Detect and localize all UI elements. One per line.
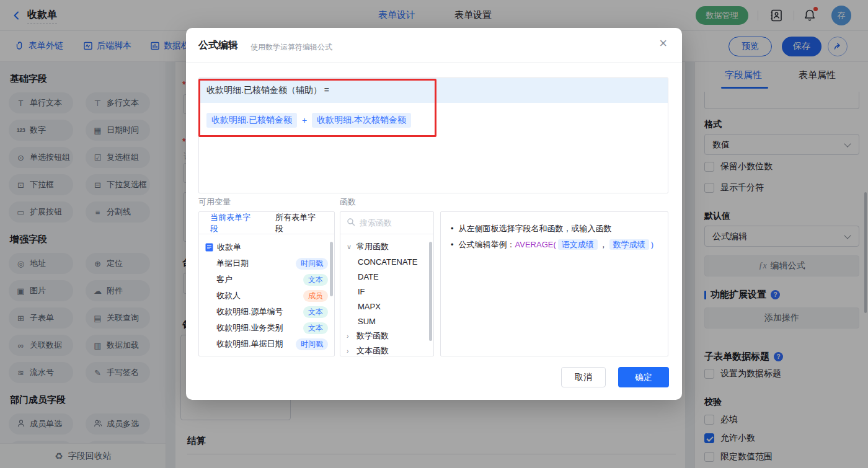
function-item[interactable]: SUM — [340, 314, 433, 329]
modal-header-divider — [186, 62, 682, 63]
type-badge: 成员 — [303, 290, 328, 302]
type-badge: 文本 — [303, 274, 328, 286]
chevron-down-icon: ∨ — [347, 243, 352, 251]
variable-row[interactable]: 收款明细.单据日期 时间戳 — [199, 336, 334, 352]
formula-expression[interactable]: 收款明细.已核销金额 + 收款明细.本次核销金额 — [199, 103, 668, 138]
scrollbar-thumb[interactable] — [429, 242, 432, 341]
function-name-example: AVERAGE( — [515, 240, 556, 249]
function-item[interactable]: CONCATENATE — [340, 254, 433, 269]
tree-root-form[interactable]: 收款单 — [199, 239, 334, 255]
tip-line-2: • 公式编辑举例：AVERAGE(语文成绩，数学成绩) — [451, 237, 658, 253]
formula-edit-modal: 公式编辑 使用数学运算符编辑公式 × 收款明细.已核销金额（辅助） = 收款明细… — [186, 28, 682, 400]
confirm-button[interactable]: 确定 — [618, 367, 669, 387]
functions-tree: ∨ 常用函数 CONCATENATE DATE IF MAPX SUM › 数学… — [340, 234, 433, 356]
function-item[interactable]: DATE — [340, 269, 433, 284]
variables-panel: 当前表单字段 所有表单字段 收款单 单据日期 时间戳 客户 文本 收款人 — [198, 211, 335, 356]
variable-row[interactable]: 收款明细.源单编号 文本 — [199, 304, 334, 320]
field-chip[interactable]: 收款明细.本次核销金额 — [312, 113, 411, 128]
type-badge: 时间戳 — [296, 338, 328, 350]
variable-row[interactable]: 单据日期 时间戳 — [199, 255, 334, 272]
function-item[interactable]: IF — [340, 284, 433, 299]
tips-panel: • 从左侧面板选择字段名和函数，或输入函数 • 公式编辑举例：AVERAGE(语… — [440, 211, 668, 356]
tip-line-1: • 从左侧面板选择字段名和函数，或输入函数 — [451, 221, 658, 237]
tab-current-form-fields[interactable]: 当前表单字段 — [210, 212, 258, 234]
form-designer-screen: 收款单 表单设计 表单设置 数据管理 存 表单外链 后端脚本 数据权 预览 保存 — [0, 0, 868, 468]
chevron-right-icon: › — [347, 347, 352, 355]
example-chip: 数学成绩 — [609, 239, 649, 250]
type-badge: 文本 — [303, 322, 328, 334]
cancel-button[interactable]: 取消 — [561, 367, 606, 387]
variables-label: 可用变量 — [198, 196, 231, 208]
form-doc-icon — [205, 243, 213, 252]
functions-panel: ∨ 常用函数 CONCATENATE DATE IF MAPX SUM › 数学… — [340, 211, 434, 356]
variables-tree: 收款单 单据日期 时间戳 客户 文本 收款人 成员 收款明细.源单编号 文本 — [199, 234, 334, 355]
modal-title: 公式编辑 — [198, 39, 238, 52]
function-search[interactable] — [340, 212, 433, 234]
type-badge: 时间戳 — [296, 258, 328, 270]
function-group-text[interactable]: › 文本函数 — [340, 343, 433, 356]
functions-label: 函数 — [340, 196, 356, 208]
function-group-common[interactable]: ∨ 常用函数 — [340, 239, 433, 254]
variables-tabs: 当前表单字段 所有表单字段 — [199, 212, 334, 234]
chevron-right-icon: › — [347, 332, 352, 340]
variable-row[interactable]: 收款人 成员 — [199, 288, 334, 304]
search-input[interactable] — [360, 218, 422, 227]
function-group-math[interactable]: › 数学函数 — [340, 329, 433, 343]
search-icon — [347, 218, 355, 229]
field-chip[interactable]: 收款明细.已核销金额 — [206, 113, 297, 128]
formula-editor[interactable]: 收款明细.已核销金额（辅助） = 收款明细.已核销金额 + 收款明细.本次核销金… — [198, 77, 668, 193]
variable-row[interactable]: 客户 文本 — [199, 272, 334, 288]
close-icon[interactable]: × — [659, 37, 667, 50]
function-item[interactable]: MAPX — [340, 299, 433, 314]
scrollbar-thumb[interactable] — [330, 242, 333, 296]
formula-target-row: 收款明细.已核销金额（辅助） = — [199, 78, 668, 103]
plus-operator: + — [302, 115, 307, 125]
tab-all-form-fields[interactable]: 所有表单字段 — [275, 212, 323, 234]
example-chip: 语文成绩 — [558, 239, 598, 250]
type-badge: 文本 — [303, 306, 328, 318]
modal-subtitle: 使用数学运算符编辑公式 — [250, 42, 332, 53]
variable-row[interactable]: 收款明细.业务类别 文本 — [199, 320, 334, 336]
